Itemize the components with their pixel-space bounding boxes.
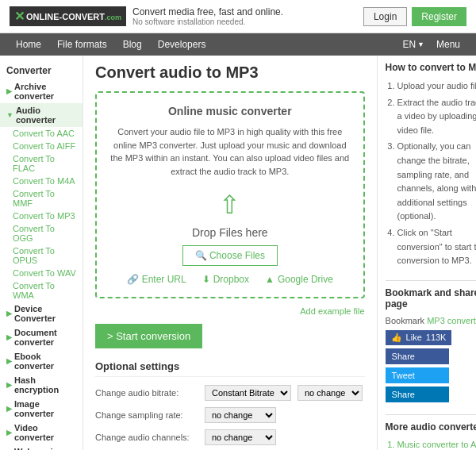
bitrate-label: Change audio bitrate:	[95, 388, 198, 398]
like-button[interactable]: 👍 Like 113K	[386, 330, 452, 345]
logo-x-icon: ✕	[14, 9, 25, 24]
channels-label: Change audio channels:	[95, 433, 198, 442]
more-converters-section: More audio converter Music converter to …	[386, 421, 476, 450]
bitrate-setting-row: Change audio bitrate: Constant Bitrate V…	[95, 385, 365, 401]
sidebar-item-webservice[interactable]: ▶ Webservice converter	[0, 444, 83, 450]
sidebar-subitem-wav[interactable]: Convert To WAV	[0, 267, 83, 279]
dropbox-label: Dropbox	[213, 274, 249, 285]
logo-com: .com	[105, 13, 121, 21]
how-to-title: How to convert to MP3?	[386, 62, 476, 73]
sidebar-item-document[interactable]: ▶ Document converter	[0, 325, 83, 349]
more-item-1[interactable]: Music converter to AAC	[397, 437, 476, 450]
choose-files-button[interactable]: 🔍 Choose Files	[182, 245, 278, 266]
google-drive-option[interactable]: ▲ Google Drive	[265, 274, 333, 285]
sidebar-converter-header[interactable]: Converter	[0, 62, 83, 79]
google-drive-icon: ▲	[265, 274, 274, 285]
twitter-tweet-button[interactable]: Tweet	[386, 367, 449, 383]
more-converters-title: More audio converter	[386, 421, 476, 433]
sampling-select[interactable]: no change	[205, 407, 276, 423]
sidebar-item-ebook[interactable]: ▶ Ebook converter	[0, 349, 83, 373]
sidebar-subitem-ogg[interactable]: Convert To OGG	[0, 222, 83, 244]
sidebar-subitem-mmf[interactable]: Convert To MMF	[0, 187, 83, 210]
main-content: Convert audio to MP3 Online music conver…	[83, 56, 377, 450]
sidebar-subitem-wma[interactable]: Convert To WMA	[0, 279, 83, 302]
thumbs-up-icon: 👍	[391, 333, 402, 343]
drop-text: Drop Files here	[109, 226, 351, 239]
nav-blog[interactable]: Blog	[115, 33, 150, 56]
logo-text: ONLINE-CONVERT	[26, 12, 105, 21]
enter-url-option[interactable]: 🔗 Enter URL	[127, 274, 186, 285]
sidebar-converter-section: Converter ▶ Archive converter ▼ Audio co…	[0, 62, 83, 450]
sidebar-subitem-aiff[interactable]: Convert To AIFF	[0, 140, 83, 152]
like-count: 113K	[426, 333, 447, 342]
lang-label: EN	[402, 39, 416, 50]
start-conversion-button-top[interactable]: > Start conversion	[95, 324, 202, 348]
sidebar-item-archive[interactable]: ▶ Archive converter	[0, 79, 83, 103]
tagline-main: Convert media free, fast and online.	[132, 6, 283, 17]
dropbox-option[interactable]: ⬇ Dropbox	[202, 274, 249, 285]
facebook-share-button[interactable]: Share	[386, 348, 449, 364]
sidebar-ebook-label: Ebook converter	[14, 352, 76, 371]
arrow-right-icon-2: ▶	[6, 310, 12, 317]
how-step-1: Upload your audio file.	[397, 79, 476, 94]
arrow-right-icon-7: ▶	[6, 429, 12, 437]
page-layout: Converter ▶ Archive converter ▼ Audio co…	[0, 56, 476, 450]
language-selector[interactable]: EN ▼	[402, 39, 424, 50]
more-converters-list: Music converter to AAC Convert audio to …	[386, 437, 476, 450]
like-label: Like	[406, 333, 422, 342]
bookmark-title: Bookmark and share page	[386, 287, 476, 310]
sidebar-subitem-flac[interactable]: Convert To FLAC	[0, 152, 83, 175]
add-example-link[interactable]: Add example file	[95, 306, 365, 316]
sidebar-subitem-m4a[interactable]: Convert To M4A	[0, 175, 83, 187]
sidebar-audio-subitems: Convert To AAC Convert To AIFF Convert T…	[0, 127, 83, 302]
sidebar-item-image[interactable]: ▶ Image converter	[0, 397, 83, 421]
sidebar-subitem-opus[interactable]: Convert To OPUS	[0, 244, 83, 267]
divider-2	[386, 414, 476, 415]
sidebar-item-video[interactable]: ▶ Video converter	[0, 421, 83, 444]
upload-description: Convert your audio file to MP3 in high q…	[109, 125, 351, 178]
upload-area: Online music converter Convert your audi…	[95, 91, 365, 298]
upload-title: Online music converter	[109, 105, 351, 117]
page-title: Convert audio to MP3	[95, 63, 365, 82]
register-button[interactable]: Register	[412, 7, 466, 26]
bookmark-link[interactable]: MP3 converter	[427, 316, 476, 325]
sidebar-document-label: Document converter	[14, 328, 76, 347]
sidebar-webservice-label: Webservice converter	[14, 447, 76, 450]
navigation: Home File formats Blog Developers EN ▼ M…	[0, 33, 476, 56]
google-drive-label: Google Drive	[278, 274, 333, 285]
channels-select[interactable]: no change	[205, 429, 276, 445]
bitrate-value-select[interactable]: no change	[298, 385, 363, 401]
sidebar-item-device[interactable]: ▶ Device Converter	[0, 302, 83, 325]
link-icon: 🔗	[127, 274, 139, 285]
sidebar-item-hash[interactable]: ▶ Hash encryption	[0, 373, 83, 397]
nav-home[interactable]: Home	[8, 33, 49, 56]
nav-developers[interactable]: Developers	[150, 33, 214, 56]
converter-label: Converter	[6, 65, 52, 76]
tagline-sub: No software installation needed.	[132, 17, 283, 26]
sidebar-audio-label: Audio converter	[16, 106, 76, 125]
sidebar-subitem-mp3[interactable]: Convert To MP3	[0, 210, 83, 222]
optional-settings-title: Optional settings	[95, 360, 365, 377]
sidebar-subitem-aac[interactable]: Convert To AAC	[0, 127, 83, 140]
how-to-list: Upload your audio file. Extract the audi…	[386, 79, 476, 268]
upload-cloud-icon: ⇧	[109, 190, 351, 220]
tagline: Convert media free, fast and online. No …	[132, 6, 283, 26]
bitrate-select[interactable]: Constant Bitrate Variable Bitrate	[205, 385, 291, 401]
bookmark-prefix: Bookmark	[386, 316, 428, 325]
sidebar-archive-label: Archive converter	[14, 82, 76, 101]
nav-file-formats[interactable]: File formats	[49, 33, 115, 56]
right-sidebar: How to convert to MP3? Upload your audio…	[377, 56, 476, 450]
arrow-right-icon-5: ▶	[6, 381, 12, 389]
arrow-right-icon-4: ▶	[6, 357, 12, 365]
choose-files-label: Choose Files	[209, 250, 265, 261]
menu-button[interactable]: Menu	[428, 33, 468, 56]
how-step-2: Extract the audio track of a video by up…	[397, 96, 476, 138]
login-button[interactable]: Login	[363, 7, 407, 26]
divider-1	[386, 280, 476, 281]
linkedin-share-button[interactable]: Share	[386, 387, 449, 402]
arrow-right-icon: ▶	[6, 87, 12, 95]
sidebar-hash-label: Hash encryption	[14, 375, 76, 394]
header-buttons: Login Register	[363, 7, 466, 26]
sidebar-item-audio[interactable]: ▼ Audio converter	[0, 103, 83, 127]
bookmark-text: Bookmark MP3 converter or	[386, 316, 476, 325]
